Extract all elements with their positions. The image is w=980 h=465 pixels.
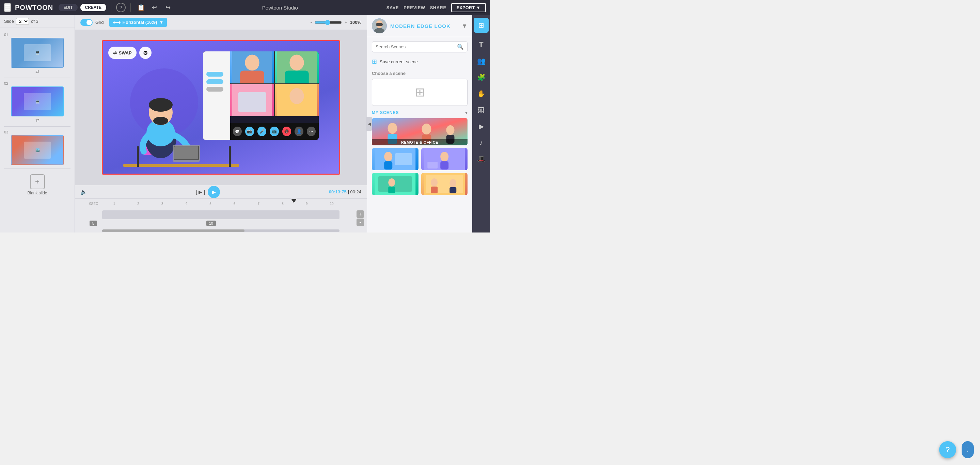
slide-total: of 3 bbox=[31, 19, 38, 24]
undo-icon[interactable]: ↩ bbox=[149, 2, 160, 13]
scenes-toolbar-btn[interactable]: ⊞ bbox=[474, 18, 488, 33]
media-toolbar-btn[interactable]: 🖼 bbox=[474, 102, 488, 117]
people-ctrl: 👤 bbox=[294, 127, 304, 136]
canvas-overlay-buttons: ⇄ SWAP ⚙ bbox=[108, 47, 151, 59]
settings-button[interactable]: ⚙ bbox=[139, 47, 151, 59]
svg-rect-15 bbox=[238, 92, 266, 112]
characters-toolbar-btn[interactable]: 👥 bbox=[474, 54, 488, 68]
my-scenes-header[interactable]: MY SCENES ▾ bbox=[367, 107, 472, 118]
search-scenes: 🔍 bbox=[372, 41, 468, 52]
svg-point-34 bbox=[440, 152, 449, 161]
mark-2: 2 bbox=[137, 202, 161, 206]
zoom-slider[interactable] bbox=[315, 20, 342, 25]
slide-item[interactable]: 01 🖥️ ⇄ bbox=[0, 31, 75, 76]
slide-number-select[interactable]: 2 1 3 bbox=[16, 18, 29, 25]
zoom-minus[interactable]: - bbox=[310, 20, 312, 25]
slide-panel: Slide 2 1 3 of 3 01 🖥️ ⇄ bbox=[0, 15, 75, 233]
text-toolbar-btn[interactable]: T bbox=[474, 37, 488, 52]
mark-0: 0SEC bbox=[89, 202, 113, 206]
svg-rect-10 bbox=[240, 70, 264, 83]
svg-point-43 bbox=[431, 178, 438, 187]
zoom-plus[interactable]: + bbox=[345, 20, 347, 25]
panel-dropdown-arrow[interactable]: ▼ bbox=[461, 22, 468, 30]
canvas-area: Grid ⟷ Horizontal (16:9) ▼ - + 100% bbox=[75, 15, 367, 233]
volume-icon[interactable]: 🔈 bbox=[80, 189, 87, 195]
avatar bbox=[372, 18, 387, 33]
far-right-toolbar: ⊞ T 👥 🧩 ✋ 🖼 ▶ ♪ 🎩 bbox=[472, 15, 490, 233]
scroll-thumb bbox=[102, 229, 245, 232]
slide-divider-3 bbox=[4, 168, 70, 169]
slide-num-2: 02 bbox=[4, 81, 8, 86]
bracket-play: [ ▶ ] bbox=[196, 189, 205, 195]
mark-10: 10 bbox=[329, 202, 353, 206]
chat-bubble-3 bbox=[206, 87, 223, 92]
create-button[interactable]: CREATE bbox=[80, 4, 106, 11]
more-ctrl: ⋯ bbox=[307, 127, 316, 136]
search-icon: 🔍 bbox=[457, 44, 464, 50]
scene-thumb-4[interactable] bbox=[421, 173, 468, 195]
video-toolbar-btn[interactable]: ▶ bbox=[474, 119, 488, 134]
chat-bubbles bbox=[206, 72, 223, 92]
swap-button[interactable]: ⇄ SWAP bbox=[108, 47, 137, 59]
timeline-scroll[interactable] bbox=[102, 229, 339, 232]
scene-thumb-1[interactable] bbox=[372, 148, 418, 170]
canvas-viewport: 💬 📷 🎤 📺 📵 👤 ⋯ ⇄ SWAP bbox=[75, 30, 367, 185]
slide-item-3[interactable]: 03 🏙️ bbox=[0, 128, 75, 167]
slide-thumb-2[interactable]: 💻 bbox=[11, 86, 64, 116]
person-figure bbox=[120, 61, 208, 163]
svg-point-23 bbox=[388, 123, 398, 134]
save-button[interactable]: SAVE bbox=[387, 5, 399, 10]
my-scenes-label: MY SCENES bbox=[372, 110, 399, 115]
preview-button[interactable]: PREVIEW bbox=[404, 5, 425, 10]
track-add-button[interactable]: + bbox=[356, 210, 364, 218]
grid-toggle-switch[interactable] bbox=[80, 19, 92, 26]
help-icon-btn[interactable]: ? bbox=[116, 3, 126, 12]
blank-slide-box: + bbox=[30, 174, 45, 189]
video-panel-sidebar bbox=[203, 51, 230, 140]
slide-thumb-1[interactable]: 🖥️ bbox=[11, 38, 64, 68]
svg-point-3 bbox=[149, 98, 173, 112]
svg-rect-31 bbox=[384, 161, 392, 170]
scene-picker[interactable]: ⊞ bbox=[372, 79, 468, 106]
svg-point-17 bbox=[290, 88, 304, 104]
scene-main-thumb[interactable]: ✕ REMOTE & OFFICE bbox=[372, 118, 468, 145]
notes-icon[interactable]: 📋 bbox=[135, 2, 146, 13]
slide-num-1: 01 bbox=[4, 33, 8, 37]
aspect-ratio-button[interactable]: ⟷ Horizontal (16:9) ▼ bbox=[109, 18, 167, 27]
slide-swap-icon-2: ⇄ bbox=[35, 117, 40, 123]
svg-rect-36 bbox=[427, 162, 438, 168]
timeline-ruler: 0SEC 1 2 3 4 5 6 7 8 9 10 bbox=[75, 199, 367, 209]
play-button[interactable]: ▶ bbox=[208, 186, 220, 198]
timeline-area: 0SEC 1 2 3 4 5 6 7 8 9 10 + - bbox=[75, 198, 367, 233]
canvas-frame[interactable]: 💬 📷 🎤 📺 📵 👤 ⋯ ⇄ SWAP bbox=[102, 40, 340, 175]
save-scene-row[interactable]: ⊞ Save current scene bbox=[367, 55, 472, 68]
video-call-panel: 💬 📷 🎤 📺 📵 👤 ⋯ bbox=[203, 51, 319, 140]
share-button[interactable]: SHARE bbox=[430, 5, 446, 10]
audio-toolbar-btn[interactable]: ♪ bbox=[474, 135, 488, 150]
mark-9: 9 bbox=[305, 202, 329, 206]
timeline-track[interactable] bbox=[102, 210, 339, 219]
export-button[interactable]: EXPORT ▼ bbox=[451, 3, 486, 12]
redo-icon[interactable]: ↪ bbox=[163, 2, 173, 13]
menu-icon[interactable]: ☰ bbox=[4, 3, 11, 12]
scene-thumb-3[interactable] bbox=[372, 173, 418, 195]
chat-ctrl: 💬 bbox=[233, 127, 242, 136]
effects-toolbar-btn[interactable]: 🎩 bbox=[474, 151, 488, 167]
scene-picker-icon: ⊞ bbox=[415, 85, 425, 99]
collapse-panel-button[interactable]: ◀ bbox=[366, 117, 372, 131]
choose-scene-label: Choose a scene bbox=[367, 68, 472, 77]
blank-slide-btn[interactable]: + Blank slide bbox=[0, 170, 75, 200]
mark-7: 7 bbox=[257, 202, 281, 206]
slide-swap-icon-1: ⇄ bbox=[35, 69, 40, 74]
scene-thumb-2[interactable] bbox=[421, 148, 468, 170]
slide-thumb-3[interactable]: 🏙️ bbox=[11, 135, 64, 165]
edit-button[interactable]: EDIT bbox=[59, 4, 77, 11]
objects-toolbar-btn[interactable]: 🧩 bbox=[474, 70, 488, 85]
search-scenes-input[interactable] bbox=[375, 44, 454, 49]
slide-num-3: 03 bbox=[4, 130, 8, 134]
svg-rect-13 bbox=[285, 70, 309, 83]
time-separator: | bbox=[348, 189, 349, 194]
slide-item-2[interactable]: 02 💻 ⇄ bbox=[0, 79, 75, 125]
svg-point-45 bbox=[449, 179, 456, 187]
hand-draw-toolbar-btn[interactable]: ✋ bbox=[474, 86, 488, 101]
